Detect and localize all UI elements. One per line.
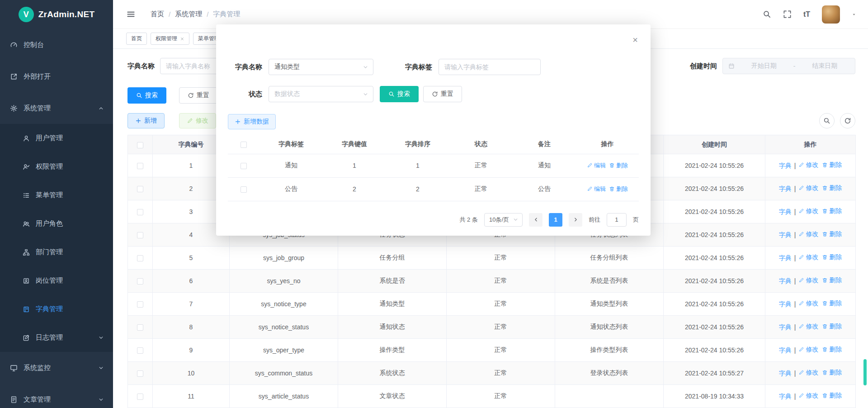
row-edit-link[interactable]: 修改 [798, 161, 818, 169]
sidebar-item-system-monitor[interactable]: 系统监控 [0, 352, 113, 384]
row-delete-link[interactable]: 删除 [822, 276, 842, 285]
sidebar-subitem-permission-management[interactable]: 权限管理 [0, 152, 113, 181]
row-checkbox[interactable] [241, 186, 247, 193]
dict-data-link[interactable]: 字典 [779, 231, 792, 239]
row-checkbox[interactable] [137, 163, 143, 169]
close-icon[interactable]: × [632, 35, 638, 44]
sidebar-subitem-post-management[interactable]: 岗位管理 [0, 266, 113, 295]
cell-dict-name-link[interactable]: sys_oper_type [230, 339, 338, 362]
toggle-search-button[interactable] [819, 113, 835, 128]
row-delete-link[interactable]: 删除 [822, 299, 842, 308]
row-edit-link[interactable]: 修改 [798, 184, 818, 192]
row-checkbox[interactable] [137, 232, 143, 238]
row-delete-link[interactable]: 删除 [822, 161, 842, 169]
dict-data-link[interactable]: 字典 [779, 162, 792, 170]
row-edit-link[interactable]: 修改 [798, 207, 818, 215]
row-edit-link[interactable]: 修改 [798, 346, 818, 354]
add-button[interactable]: 新增 [127, 113, 165, 128]
row-checkbox[interactable] [137, 324, 143, 331]
row-edit-link[interactable]: 修改 [798, 276, 818, 285]
row-delete-link[interactable]: 删除 [822, 184, 842, 192]
close-icon[interactable] [180, 37, 184, 41]
row-edit-link[interactable]: 修改 [798, 369, 818, 377]
row-delete-link[interactable]: 删除 [822, 346, 842, 354]
row-delete-link[interactable]: 删除 [822, 253, 842, 261]
fullscreen-icon[interactable] [783, 10, 792, 19]
sidebar-subitem-log-management[interactable]: 日志管理 [0, 323, 113, 352]
dict-data-link[interactable]: 字典 [779, 208, 792, 216]
font-size-icon[interactable]: tT [803, 10, 810, 19]
sidebar-subitem-department-management[interactable]: 部门管理 [0, 238, 113, 266]
caret-down-icon[interactable] [852, 12, 856, 17]
row-checkbox[interactable] [137, 278, 143, 285]
scrollbar-thumb[interactable] [863, 359, 867, 385]
row-delete-link[interactable]: 删除 [822, 369, 842, 377]
create-time-range-picker[interactable]: 开始日期 - 结束日期 [722, 58, 855, 74]
sidebar-subitem-user-role[interactable]: 用户角色 [0, 209, 113, 238]
row-checkbox[interactable] [137, 370, 143, 377]
cell-dict-name-link[interactable]: sys_job_group [230, 247, 338, 270]
row-delete-link[interactable]: 删除 [609, 185, 628, 193]
cell-dict-name-link[interactable]: sys_notice_status [230, 316, 338, 339]
row-edit-link[interactable]: 修改 [798, 230, 818, 238]
row-checkbox[interactable] [137, 186, 143, 192]
search-icon[interactable] [763, 10, 771, 19]
row-checkbox[interactable] [137, 347, 143, 354]
dict-data-link[interactable]: 字典 [779, 185, 792, 193]
breadcrumb-system[interactable]: 系统管理 [175, 10, 202, 19]
dialog-search-button[interactable]: 搜索 [380, 86, 419, 102]
dict-tag-input[interactable] [439, 59, 541, 75]
cell-dict-name-link[interactable]: sys_notice_type [230, 293, 338, 316]
add-data-button[interactable]: 新增数据 [228, 114, 276, 129]
avatar[interactable] [822, 5, 840, 24]
page-size-select[interactable]: 10条/页 [484, 213, 523, 227]
row-delete-link[interactable]: 删除 [822, 392, 842, 400]
row-delete-link[interactable]: 删除 [822, 207, 842, 215]
row-edit-link[interactable]: 修改 [798, 253, 818, 261]
dict-data-link[interactable]: 字典 [779, 300, 792, 308]
row-checkbox[interactable] [137, 301, 143, 308]
tab-permission-management[interactable]: 权限管理 [151, 33, 189, 45]
refresh-table-button[interactable] [840, 113, 855, 128]
row-edit-link[interactable]: 编辑 [587, 185, 606, 193]
dict-data-link[interactable]: 字典 [779, 277, 792, 285]
row-edit-link[interactable]: 修改 [798, 299, 818, 308]
dict-data-link[interactable]: 字典 [779, 323, 792, 332]
breadcrumb-home[interactable]: 首页 [151, 10, 164, 19]
sidebar-item-dashboard[interactable]: 控制台 [0, 29, 113, 61]
page-1-button[interactable]: 1 [549, 213, 562, 227]
cell-dict-name-link[interactable]: sys_article_status [230, 385, 338, 408]
row-delete-link[interactable]: 删除 [822, 323, 842, 331]
goto-page-input[interactable] [607, 213, 627, 227]
status-select[interactable]: 数据状态 [269, 86, 373, 102]
dialog-reset-button[interactable]: 重置 [423, 86, 462, 102]
row-delete-link[interactable]: 删除 [822, 230, 842, 238]
dict-data-link[interactable]: 字典 [779, 393, 792, 401]
select-all-checkbox[interactable] [137, 142, 143, 148]
cell-dict-name-link[interactable]: sys_common_status [230, 362, 338, 385]
row-checkbox[interactable] [137, 209, 143, 215]
reset-button[interactable]: 重置 [179, 87, 218, 104]
prev-page-button[interactable] [529, 213, 542, 227]
sidebar-subitem-menu-management[interactable]: 菜单管理 [0, 181, 113, 209]
row-checkbox[interactable] [241, 163, 247, 169]
sidebar-item-system-management[interactable]: 系统管理 [0, 92, 113, 124]
dict-data-link[interactable]: 字典 [779, 370, 792, 378]
cell-dict-name-link[interactable]: sys_yes_no [230, 270, 338, 293]
dict-data-link[interactable]: 字典 [779, 346, 792, 355]
row-checkbox[interactable] [137, 255, 143, 261]
select-all-checkbox[interactable] [241, 142, 247, 148]
row-edit-link[interactable]: 编辑 [587, 161, 606, 170]
row-delete-link[interactable]: 删除 [609, 161, 628, 170]
dict-data-link[interactable]: 字典 [779, 254, 792, 262]
sidebar-subitem-dict-management[interactable]: 字典管理 [0, 295, 113, 323]
sidebar-item-article-management[interactable]: 文章管理 [0, 384, 113, 408]
sidebar-subitem-user-management[interactable]: 用户管理 [0, 124, 113, 152]
edit-button[interactable]: 修改 [179, 113, 216, 128]
hamburger-icon[interactable] [127, 10, 135, 19]
next-page-button[interactable] [569, 213, 582, 227]
search-button[interactable]: 搜索 [127, 87, 166, 104]
row-edit-link[interactable]: 修改 [798, 323, 818, 331]
sidebar-item-external-open[interactable]: 外部打开 [0, 61, 113, 92]
row-checkbox[interactable] [137, 394, 143, 400]
